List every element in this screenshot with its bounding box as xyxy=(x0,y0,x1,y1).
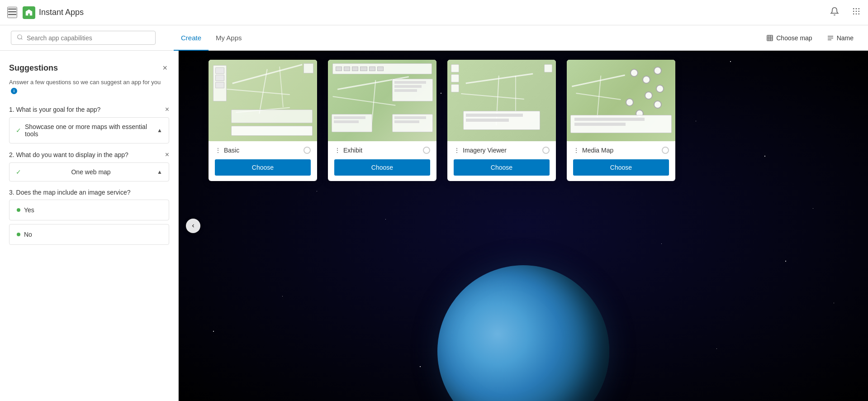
question-1-header: 1. What is your goal for the app? × xyxy=(9,105,169,114)
svg-point-10 xyxy=(856,14,857,15)
choose-map-button[interactable]: Choose map xyxy=(763,33,816,43)
map-dot-7 xyxy=(654,100,662,109)
map-dot-1 xyxy=(630,69,638,77)
map-dot-4 xyxy=(656,85,664,93)
card-menu-icon-imagery[interactable]: ⋮ xyxy=(454,147,460,154)
question-1-close-button[interactable]: × xyxy=(165,105,169,114)
search-input[interactable] xyxy=(27,34,150,42)
card-title-row-mediamap: ⋮ Media Map xyxy=(573,147,669,154)
search-box[interactable] xyxy=(11,31,156,45)
grid-menu-icon[interactable] xyxy=(852,7,861,18)
question-2-answer[interactable]: ✓ One web map ▲ xyxy=(9,162,169,181)
sub-navigation: Create My Apps Choose map Name xyxy=(0,25,868,51)
check-icon-q2: ✓ xyxy=(16,168,21,176)
map-dot-3 xyxy=(642,76,650,84)
main-layout: Suggestions × Answer a few questions so … xyxy=(0,51,868,401)
suggestions-title: Suggestions xyxy=(9,63,58,73)
choose-button-exhibit[interactable]: Choose xyxy=(334,159,430,176)
card-menu-icon-mediamap[interactable]: ⋮ xyxy=(573,147,579,154)
main-tabs: Create My Apps xyxy=(174,25,249,50)
option-dot-no xyxy=(17,233,20,236)
card-radio-exhibit[interactable] xyxy=(423,147,430,154)
question-1-section: 1. What is your goal for the app? × ✓ Sh… xyxy=(9,105,169,143)
card-title-mediamap: Media Map xyxy=(582,147,613,154)
card-preview-mediamap xyxy=(567,60,675,141)
app-card-exhibit: ⋮ Exhibit Choose xyxy=(328,60,436,181)
prev-arrow-button[interactable] xyxy=(186,219,200,233)
card-menu-icon-basic[interactable]: ⋮ xyxy=(215,147,221,154)
card-title-basic: Basic xyxy=(224,147,239,154)
hamburger-menu-button[interactable] xyxy=(7,7,17,18)
question-3-option-no[interactable]: No xyxy=(9,224,169,245)
tab-my-apps[interactable]: My Apps xyxy=(209,25,249,51)
svg-point-4 xyxy=(856,8,857,10)
question-1-answer[interactable]: ✓ Showcase one or more maps with essenti… xyxy=(9,117,169,143)
card-title-exhibit: Exhibit xyxy=(343,147,362,154)
info-icon[interactable]: i xyxy=(11,88,17,94)
card-preview-exhibit xyxy=(328,60,436,141)
question-3-option-yes[interactable]: Yes xyxy=(9,200,169,220)
check-icon-q1: ✓ xyxy=(16,127,21,134)
choose-button-imagery[interactable]: Choose xyxy=(454,159,550,176)
card-radio-imagery[interactable] xyxy=(542,147,550,154)
choose-button-basic[interactable]: Choose xyxy=(215,159,311,176)
content-area: ⋮ Basic Choose xyxy=(179,51,868,401)
top-navigation: Instant Apps xyxy=(0,0,868,25)
question-2-close-button[interactable]: × xyxy=(165,151,169,159)
question-2-section: 2. What do you want to display in the ap… xyxy=(9,151,169,181)
svg-point-6 xyxy=(853,11,854,12)
map-dot-5 xyxy=(645,91,653,100)
suggestions-close-button[interactable]: × xyxy=(161,62,169,75)
card-title-row-imagery: ⋮ Imagery Viewer xyxy=(454,147,550,154)
question-1-collapse-button[interactable]: ▲ xyxy=(157,127,162,134)
map-mediamap-preview-image xyxy=(567,60,675,141)
question-3-header: 3. Does the map include an image service… xyxy=(9,189,169,196)
app-card-basic: ⋮ Basic Choose xyxy=(209,60,317,181)
card-footer-basic: ⋮ Basic Choose xyxy=(209,141,317,181)
map-basic-preview-image xyxy=(209,60,317,141)
svg-rect-0 xyxy=(8,9,16,10)
question-2-collapse-button[interactable]: ▲ xyxy=(157,169,162,175)
sidebar: Suggestions × Answer a few questions so … xyxy=(0,51,179,401)
question-3-section: 3. Does the map include an image service… xyxy=(9,189,169,245)
card-title-row-exhibit: ⋮ Exhibit xyxy=(334,147,430,154)
svg-point-12 xyxy=(18,35,22,39)
notification-bell-icon[interactable] xyxy=(830,7,839,18)
tab-create[interactable]: Create xyxy=(174,25,209,51)
svg-rect-2 xyxy=(8,14,16,15)
choose-button-mediamap[interactable]: Choose xyxy=(573,159,669,176)
svg-point-8 xyxy=(859,11,860,12)
card-radio-mediamap[interactable] xyxy=(662,147,669,154)
svg-rect-13 xyxy=(767,35,773,41)
option-dot-yes xyxy=(17,208,20,212)
app-cards-container: ⋮ Basic Choose xyxy=(201,51,868,401)
app-logo xyxy=(23,6,35,19)
map-imagery-preview-image xyxy=(447,60,556,141)
name-icon xyxy=(827,34,834,42)
card-preview-imagery xyxy=(447,60,556,141)
map-exhibit-preview-image xyxy=(328,60,436,141)
question-3-label: 3. Does the map include an image service… xyxy=(9,189,130,196)
suggestions-description: Answer a few questions so we can suggest… xyxy=(9,78,169,95)
suggestions-header: Suggestions × xyxy=(9,62,169,75)
question-1-label: 1. What is your goal for the app? xyxy=(9,106,100,113)
svg-point-3 xyxy=(853,8,854,10)
map-dot-6 xyxy=(626,98,634,106)
svg-point-9 xyxy=(853,14,854,15)
card-menu-icon-exhibit[interactable]: ⋮ xyxy=(334,147,341,154)
name-button[interactable]: Name xyxy=(823,33,857,43)
svg-point-11 xyxy=(859,14,860,15)
svg-point-5 xyxy=(859,8,860,10)
app-card-media-map: ⋮ Media Map Choose xyxy=(567,60,675,181)
card-radio-basic[interactable] xyxy=(304,147,311,154)
app-title: Instant Apps xyxy=(39,8,84,17)
map-icon xyxy=(766,34,773,42)
app-card-imagery-viewer: ⋮ Imagery Viewer Choose xyxy=(447,60,556,181)
header-actions: Choose map Name xyxy=(763,33,857,43)
svg-point-7 xyxy=(856,11,857,12)
card-footer-exhibit: ⋮ Exhibit Choose xyxy=(328,141,436,181)
question-2-header: 2. What do you want to display in the ap… xyxy=(9,151,169,159)
card-title-imagery: Imagery Viewer xyxy=(463,147,507,154)
chevron-left-icon xyxy=(190,223,196,229)
map-dot-2 xyxy=(654,67,662,75)
